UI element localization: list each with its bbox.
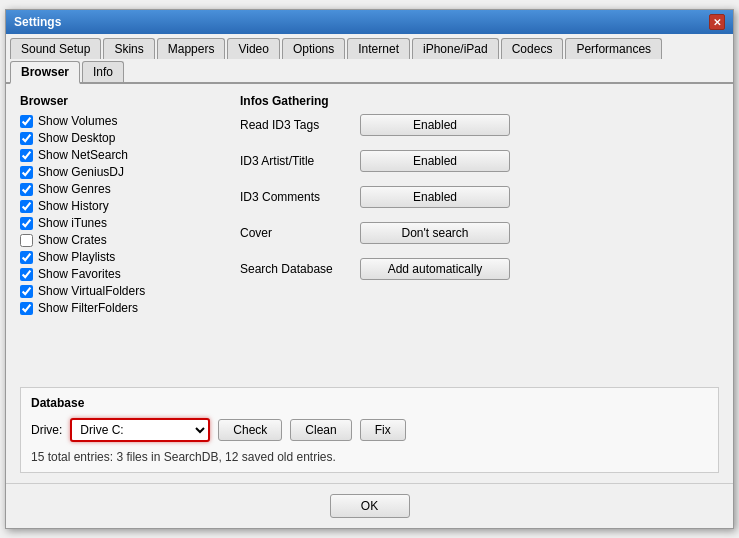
- tab-iphone-ipad[interactable]: iPhone/iPad: [412, 38, 499, 59]
- database-title: Database: [31, 396, 708, 410]
- drive-select[interactable]: Drive C:: [70, 418, 210, 442]
- checkbox-label-3: Show GeniusDJ: [38, 165, 124, 179]
- close-button[interactable]: ✕: [709, 14, 725, 30]
- checkbox-label-5: Show History: [38, 199, 109, 213]
- browser-section-title: Browser: [20, 94, 220, 108]
- browser-checkbox-10: Show VirtualFolders: [20, 284, 220, 298]
- settings-window: Settings ✕ Sound SetupSkinsMappersVideoO…: [5, 9, 734, 529]
- browser-checkbox-8: Show Playlists: [20, 250, 220, 264]
- info-label-2: ID3 Comments: [240, 190, 360, 204]
- checkbox-label-8: Show Playlists: [38, 250, 115, 264]
- info-row-2: ID3 CommentsEnabled: [240, 186, 719, 208]
- checkbox-input-4[interactable]: [20, 183, 33, 196]
- info-row-1: ID3 Artist/TitleEnabled: [240, 150, 719, 172]
- browser-checkbox-4: Show Genres: [20, 182, 220, 196]
- browser-checkbox-5: Show History: [20, 199, 220, 213]
- browser-checkbox-1: Show Desktop: [20, 131, 220, 145]
- checkbox-label-6: Show iTunes: [38, 216, 107, 230]
- browser-checkbox-3: Show GeniusDJ: [20, 165, 220, 179]
- info-button-4[interactable]: Add automatically: [360, 258, 510, 280]
- window-title: Settings: [14, 15, 61, 29]
- tab-info[interactable]: Info: [82, 61, 124, 82]
- browser-checkbox-11: Show FilterFolders: [20, 301, 220, 315]
- browser-checkbox-6: Show iTunes: [20, 216, 220, 230]
- tab-internet[interactable]: Internet: [347, 38, 410, 59]
- checkbox-label-11: Show FilterFolders: [38, 301, 138, 315]
- info-row-0: Read ID3 TagsEnabled: [240, 114, 719, 136]
- clean-button[interactable]: Clean: [290, 419, 351, 441]
- tab-mappers[interactable]: Mappers: [157, 38, 226, 59]
- browser-panel: Browser Show VolumesShow DesktopShow Net…: [20, 94, 220, 377]
- checkbox-input-11[interactable]: [20, 302, 33, 315]
- checkbox-list: Show VolumesShow DesktopShow NetSearchSh…: [20, 114, 220, 315]
- tab-sound-setup[interactable]: Sound Setup: [10, 38, 101, 59]
- checkbox-input-5[interactable]: [20, 200, 33, 213]
- checkbox-input-6[interactable]: [20, 217, 33, 230]
- drive-row: Drive: Drive C: Check Clean Fix: [31, 418, 708, 442]
- info-button-1[interactable]: Enabled: [360, 150, 510, 172]
- checkbox-label-10: Show VirtualFolders: [38, 284, 145, 298]
- checkbox-input-1[interactable]: [20, 132, 33, 145]
- infos-section-title: Infos Gathering: [240, 94, 719, 108]
- tab-browser[interactable]: Browser: [10, 61, 80, 84]
- infos-rows: Read ID3 TagsEnabledID3 Artist/TitleEnab…: [240, 114, 719, 280]
- info-button-3[interactable]: Don't search: [360, 222, 510, 244]
- content-area: Browser Show VolumesShow DesktopShow Net…: [6, 84, 733, 483]
- infos-panel: Infos Gathering Read ID3 TagsEnabledID3 …: [240, 94, 719, 377]
- checkbox-input-7[interactable]: [20, 234, 33, 247]
- checkbox-input-10[interactable]: [20, 285, 33, 298]
- footer: OK: [6, 483, 733, 528]
- checkbox-input-0[interactable]: [20, 115, 33, 128]
- info-label-4: Search Database: [240, 262, 360, 276]
- tab-skins[interactable]: Skins: [103, 38, 154, 59]
- checkbox-input-3[interactable]: [20, 166, 33, 179]
- checkbox-input-8[interactable]: [20, 251, 33, 264]
- drive-label: Drive:: [31, 423, 62, 437]
- tab-performances[interactable]: Performances: [565, 38, 662, 59]
- checkbox-input-2[interactable]: [20, 149, 33, 162]
- fix-button[interactable]: Fix: [360, 419, 406, 441]
- browser-checkbox-7: Show Crates: [20, 233, 220, 247]
- main-area: Browser Show VolumesShow DesktopShow Net…: [20, 94, 719, 377]
- tab-codecs[interactable]: Codecs: [501, 38, 564, 59]
- checkbox-label-7: Show Crates: [38, 233, 107, 247]
- browser-checkbox-0: Show Volumes: [20, 114, 220, 128]
- info-label-0: Read ID3 Tags: [240, 118, 360, 132]
- info-button-2[interactable]: Enabled: [360, 186, 510, 208]
- checkbox-input-9[interactable]: [20, 268, 33, 281]
- info-label-3: Cover: [240, 226, 360, 240]
- checkbox-label-0: Show Volumes: [38, 114, 117, 128]
- checkbox-label-1: Show Desktop: [38, 131, 115, 145]
- database-section: Database Drive: Drive C: Check Clean Fix…: [20, 387, 719, 473]
- checkbox-label-9: Show Favorites: [38, 267, 121, 281]
- tab-video[interactable]: Video: [227, 38, 279, 59]
- ok-button[interactable]: OK: [330, 494, 410, 518]
- tab-bar: Sound SetupSkinsMappersVideoOptionsInter…: [6, 34, 733, 84]
- check-button[interactable]: Check: [218, 419, 282, 441]
- info-button-0[interactable]: Enabled: [360, 114, 510, 136]
- checkbox-label-2: Show NetSearch: [38, 148, 128, 162]
- title-bar: Settings ✕: [6, 10, 733, 34]
- browser-checkbox-9: Show Favorites: [20, 267, 220, 281]
- info-row-4: Search DatabaseAdd automatically: [240, 258, 719, 280]
- info-label-1: ID3 Artist/Title: [240, 154, 360, 168]
- database-info: 15 total entries: 3 files in SearchDB, 1…: [31, 450, 708, 464]
- tab-options[interactable]: Options: [282, 38, 345, 59]
- checkbox-label-4: Show Genres: [38, 182, 111, 196]
- info-row-3: CoverDon't search: [240, 222, 719, 244]
- browser-checkbox-2: Show NetSearch: [20, 148, 220, 162]
